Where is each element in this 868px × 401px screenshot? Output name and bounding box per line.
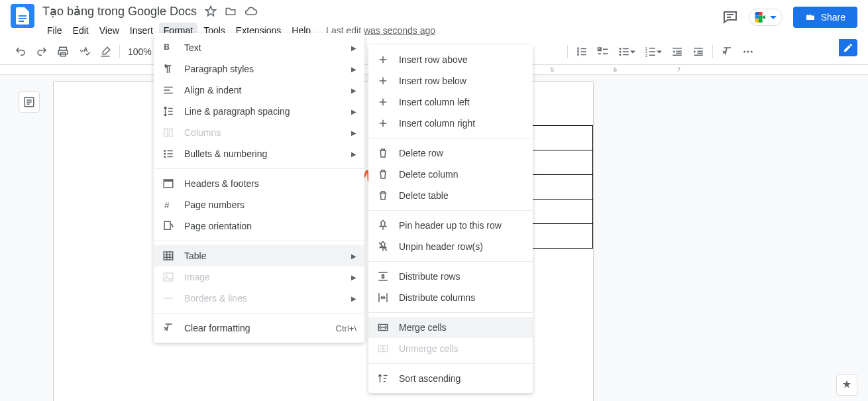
table-item-unpin-header-row-s-[interactable]: Unpin header row(s) bbox=[368, 236, 533, 257]
format-item-columns: Columns▶ bbox=[154, 122, 364, 143]
bulleted-list-button[interactable] bbox=[614, 42, 639, 62]
table-item-merge-cells[interactable]: Merge cells bbox=[368, 317, 533, 338]
table-item-insert-row-below[interactable]: Insert row below bbox=[368, 70, 533, 91]
document-outline-button[interactable] bbox=[19, 91, 40, 113]
svg-rect-37 bbox=[168, 150, 173, 152]
format-item-text[interactable]: BText▶ bbox=[154, 37, 364, 58]
svg-rect-22 bbox=[697, 52, 702, 54]
svg-rect-18 bbox=[676, 52, 681, 54]
submenu-arrow-icon: ▶ bbox=[351, 274, 356, 281]
format-item-page-numbers[interactable]: #Page numbers bbox=[154, 194, 364, 215]
menu-edit[interactable]: Edit bbox=[68, 23, 93, 38]
cloud-icon[interactable] bbox=[244, 6, 258, 17]
table-item-insert-column-left[interactable]: Insert column left bbox=[368, 91, 533, 113]
comment-history-icon[interactable] bbox=[722, 9, 738, 25]
menu-item-label: Paragraph styles bbox=[184, 64, 342, 74]
svg-rect-21 bbox=[697, 50, 702, 52]
menu-separator bbox=[368, 261, 533, 262]
format-item-table[interactable]: Table▶ bbox=[154, 245, 364, 266]
table-item-insert-row-above[interactable]: Insert row above bbox=[368, 49, 533, 70]
document-title[interactable]: Tạo bảng trong Google Docs bbox=[42, 4, 197, 19]
format-item-bullets-numbering[interactable]: Bullets & numbering▶ bbox=[154, 143, 364, 164]
header-icon bbox=[162, 177, 175, 190]
more-button[interactable] bbox=[738, 42, 758, 62]
align-icon bbox=[162, 84, 175, 97]
svg-rect-31 bbox=[164, 93, 173, 94]
svg-point-36 bbox=[164, 156, 166, 158]
editing-mode-button[interactable] bbox=[839, 39, 857, 56]
meet-button[interactable] bbox=[749, 9, 783, 26]
table-item-unmerge-cells: Unmerge cells bbox=[368, 338, 533, 359]
table-item-insert-column-right[interactable]: Insert column right bbox=[368, 113, 533, 134]
format-item-line-paragraph-spacing[interactable]: Line & paragraph spacing▶ bbox=[154, 101, 364, 122]
format-item-headers-footers[interactable]: Headers & footers bbox=[154, 173, 364, 194]
bullets-icon bbox=[162, 147, 175, 160]
image-icon bbox=[162, 270, 175, 284]
decrease-indent-button[interactable] bbox=[667, 42, 687, 62]
format-item-borders-lines: Borders & lines▶ bbox=[154, 288, 364, 309]
format-item-image: Image▶ bbox=[154, 266, 364, 288]
redo-button[interactable] bbox=[32, 42, 52, 62]
menu-item-label: Page numbers bbox=[184, 200, 356, 210]
svg-point-34 bbox=[164, 150, 166, 152]
explore-button[interactable] bbox=[836, 374, 857, 396]
format-item-align-indent[interactable]: Align & indent▶ bbox=[154, 80, 364, 101]
paint-format-button[interactable] bbox=[95, 42, 115, 62]
sort-icon bbox=[376, 372, 390, 385]
distc-icon bbox=[376, 291, 390, 304]
format-item-paragraph-styles[interactable]: Paragraph styles▶ bbox=[154, 58, 364, 80]
trash-icon bbox=[376, 146, 390, 160]
table-item-delete-column[interactable]: Delete column bbox=[368, 164, 533, 185]
docs-logo[interactable] bbox=[11, 4, 34, 28]
menu-item-label: Distribute columns bbox=[399, 292, 525, 303]
svg-rect-7 bbox=[623, 48, 629, 49]
table-cell[interactable] bbox=[527, 126, 593, 150]
numbered-list-button[interactable]: 123 bbox=[641, 42, 666, 62]
move-icon[interactable] bbox=[225, 5, 237, 17]
table-item-distribute-columns[interactable]: Distribute columns bbox=[368, 287, 533, 308]
menu-item-label: Borders & lines bbox=[184, 293, 342, 304]
pin-icon bbox=[376, 219, 390, 232]
spellcheck-button[interactable] bbox=[74, 42, 94, 62]
table-cell[interactable] bbox=[527, 150, 593, 175]
menu-item-label: Insert row above bbox=[399, 54, 525, 65]
format-item-page-orientation[interactable]: Page orientation bbox=[154, 215, 364, 237]
share-button[interactable]: Share bbox=[793, 7, 857, 28]
menu-separator bbox=[368, 312, 533, 313]
bold-icon: B bbox=[162, 41, 175, 54]
checklist-button[interactable] bbox=[593, 42, 613, 62]
svg-text:3: 3 bbox=[645, 53, 648, 57]
svg-rect-39 bbox=[168, 156, 173, 158]
table-cell[interactable] bbox=[527, 175, 593, 200]
star-icon[interactable] bbox=[205, 5, 217, 17]
format-item-clear-formatting[interactable]: Clear formattingCtrl+\ bbox=[154, 317, 364, 339]
print-button[interactable] bbox=[53, 42, 73, 62]
menu-view[interactable]: View bbox=[95, 23, 124, 38]
line-spacing-button[interactable] bbox=[572, 42, 592, 62]
svg-point-35 bbox=[164, 153, 166, 155]
svg-point-25 bbox=[747, 50, 749, 52]
submenu-arrow-icon: ▶ bbox=[351, 295, 356, 302]
table-item-delete-table[interactable]: Delete table bbox=[368, 185, 533, 206]
menu-insert[interactable]: Insert bbox=[125, 23, 158, 38]
para-icon bbox=[162, 62, 175, 76]
svg-rect-19 bbox=[673, 54, 682, 56]
svg-rect-14 bbox=[649, 51, 655, 52]
menu-separator bbox=[368, 138, 533, 139]
line-icon bbox=[162, 292, 175, 305]
menu-file[interactable]: File bbox=[42, 23, 67, 38]
svg-rect-13 bbox=[649, 48, 655, 49]
clear-formatting-button[interactable] bbox=[717, 42, 737, 62]
svg-text:#: # bbox=[164, 200, 170, 210]
undo-button[interactable] bbox=[11, 42, 30, 62]
table-item-pin-header-up-to-this-row[interactable]: Pin header up to this row bbox=[368, 215, 533, 236]
svg-point-26 bbox=[751, 50, 753, 52]
table-item-sort-ascending[interactable]: Sort ascending bbox=[368, 368, 533, 389]
table-item-delete-row[interactable]: Delete row bbox=[368, 143, 533, 164]
unpin-icon bbox=[376, 240, 390, 253]
svg-rect-15 bbox=[649, 54, 655, 56]
increase-indent-button[interactable] bbox=[688, 42, 708, 62]
table-cell[interactable] bbox=[527, 224, 593, 249]
table-item-distribute-rows[interactable]: Distribute rows bbox=[368, 266, 533, 287]
table-cell[interactable] bbox=[527, 200, 593, 224]
